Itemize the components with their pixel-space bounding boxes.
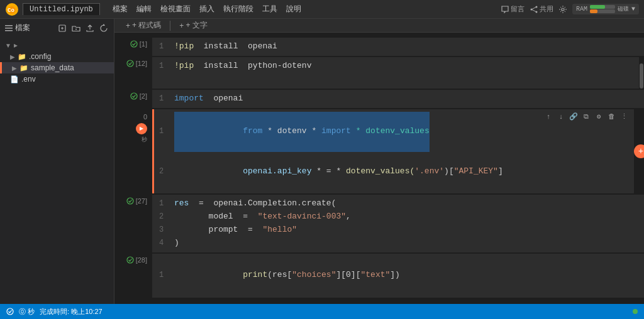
svg-point-15 <box>127 198 133 204</box>
cell-2-content[interactable]: 1 import openai <box>152 90 644 108</box>
plus-text-icon: + <box>179 21 184 30</box>
menu-runtime[interactable]: 執行階段 <box>219 3 257 16</box>
svg-point-16 <box>127 257 133 263</box>
svg-text:Co: Co <box>8 8 14 14</box>
check-icon-12 <box>126 60 134 67</box>
share-button[interactable]: 共用 <box>530 4 553 14</box>
notebook: + + 程式碼 + + 文字 [1] 1 <box>114 19 644 304</box>
status-complete: 完成時間: 晚上10:27 <box>40 307 103 316</box>
run-button-active[interactable]: ▶ <box>136 123 147 134</box>
menu-view[interactable]: 檢視畫面 <box>157 3 194 16</box>
comment-button[interactable]: 留言 <box>501 4 525 14</box>
sidebar-header: 檔案 <box>0 19 114 37</box>
cell-1-gutter: [1] <box>114 38 152 56</box>
svg-point-7 <box>562 8 564 11</box>
tree-root[interactable]: ▼ ▸ <box>0 40 114 51</box>
new-folder-icon[interactable] <box>71 23 81 33</box>
cell-12: [12] 1 !pip install python-dotenv <box>114 57 644 89</box>
sidebar-item-sample-data[interactable]: ▶ 📁 sample_data <box>0 62 114 73</box>
add-code-button[interactable]: + + 程式碼 <box>122 19 165 32</box>
check-icon <box>130 40 138 48</box>
svg-line-6 <box>531 9 536 12</box>
move-up-icon[interactable]: ↑ <box>543 112 553 122</box>
cell-2-gutter: [2] <box>114 90 152 108</box>
trash-icon[interactable]: 🗑 <box>606 112 616 122</box>
cells-container: [1] 1 !pip install openai [12] <box>114 33 644 304</box>
menu-file[interactable]: 檔案 <box>109 3 131 16</box>
menu-tools[interactable]: 工具 <box>258 3 281 16</box>
sidebar: 檔案 ▼ ▸ <box>0 19 114 304</box>
sidebar-actions <box>57 23 109 33</box>
sidebar-item-env-label: .env <box>21 75 36 84</box>
add-text-button[interactable]: + + 文字 <box>175 19 211 32</box>
cell-active-actions: ↑ ↓ 🔗 ⧉ ⚙ 🗑 ⋮ <box>543 112 629 122</box>
cell-28-number: [28] <box>136 256 147 264</box>
new-file-icon[interactable] <box>57 23 67 33</box>
cell-28-gutter: [28] <box>114 254 152 298</box>
cell-27-line-2: 2 model = "text-davinci-003", <box>159 210 639 224</box>
cell-2-number: [2] <box>140 92 147 100</box>
status-check-icon <box>6 308 14 315</box>
scroll-track[interactable] <box>639 57 644 89</box>
cell-27-number: [27] <box>136 197 147 205</box>
cell-12-content[interactable]: 1 !pip install python-dotenv <box>152 57 639 89</box>
cell-active-number: 0 <box>143 113 147 121</box>
toolbar-separator <box>170 21 170 31</box>
menu-help[interactable]: 說明 <box>282 3 305 16</box>
svg-point-17 <box>7 308 13 315</box>
cell-2-line-1: 1 import openai <box>159 92 639 105</box>
cell-27-line-1: 1 res = openai.Completion.create( <box>159 197 639 210</box>
upload-icon[interactable] <box>85 23 95 33</box>
cell-active-content[interactable]: ↑ ↓ 🔗 ⧉ ⚙ 🗑 ⋮ 1 from * dotenv * import *… <box>152 109 634 194</box>
sidebar-item-config[interactable]: ▶ 📁 .config <box>0 51 114 62</box>
sidebar-item-sample-data-label: sample_data <box>31 63 74 72</box>
menu-bar: 檔案 編輯 檢視畫面 插入 執行階段 工具 說明 <box>109 3 305 16</box>
settings-cell-icon[interactable]: ⚙ <box>594 112 604 122</box>
cell-active-time: 秒 <box>142 136 147 144</box>
sidebar-title: 檔案 <box>15 23 30 33</box>
file-tree: ▼ ▸ ▶ 📁 .config ▶ 📁 sample_data 📄 .env <box>0 37 114 304</box>
plus-code-icon: + <box>126 21 130 30</box>
svg-rect-9 <box>5 28 13 29</box>
cell-28-content[interactable]: 1 print(res["choices"][0]["text"]) <box>152 254 644 298</box>
menu-edit[interactable]: 編輯 <box>133 3 155 16</box>
cell-active-gutter: 0 ▶ 秒 <box>114 109 152 194</box>
cell-28-line-1: 1 print(res["choices"][0]["text"]) <box>159 256 639 295</box>
cell-1: [1] 1 !pip install openai <box>114 38 644 56</box>
cell-12-line-1: 1 !pip install python-dotenv <box>159 60 634 73</box>
notebook-toolbar: + + 程式碼 + + 文字 <box>114 19 644 33</box>
add-cell-button[interactable]: + <box>634 144 644 158</box>
svg-rect-10 <box>5 30 13 31</box>
svg-point-12 <box>131 41 137 47</box>
settings-button[interactable] <box>558 5 567 14</box>
cell-12-gutter: [12] <box>114 57 152 89</box>
logo: Co <box>5 3 19 16</box>
cell-1-line-1: 1 !pip install openai <box>159 40 639 53</box>
svg-line-5 <box>531 7 536 9</box>
cell-28: [28] 1 print(res["choices"][0]["text"]) <box>114 254 644 298</box>
menu-insert[interactable]: 插入 <box>196 3 218 16</box>
status-right <box>633 309 638 314</box>
cell-27-gutter: [27] <box>114 195 152 252</box>
cell-1-number: [1] <box>140 40 147 48</box>
file-tab[interactable]: Untitled.ipynb <box>23 3 100 15</box>
refresh-icon[interactable] <box>99 23 109 33</box>
link-icon[interactable]: 🔗 <box>569 112 579 122</box>
copy-icon[interactable]: ⧉ <box>581 112 591 122</box>
cell-2: [2] 1 import openai <box>114 90 644 108</box>
more-icon[interactable]: ⋮ <box>619 112 629 122</box>
status-bar: ⓪ 秒 完成時間: 晚上10:27 <box>0 304 644 319</box>
cell-27-content[interactable]: 1 res = openai.Completion.create( 2 mode… <box>152 195 644 252</box>
menu-icon <box>5 24 13 32</box>
top-right-area: 留言 共用 RAM 磁碟 ▼ <box>501 4 639 14</box>
cell-1-content[interactable]: 1 !pip install openai <box>152 38 644 56</box>
cell-27: [27] 1 res = openai.Completion.create( 2… <box>114 195 644 252</box>
status-time: ⓪ 秒 <box>19 307 35 316</box>
move-down-icon[interactable]: ↓ <box>556 112 566 122</box>
add-cell-area: + <box>634 109 644 194</box>
check-icon-27 <box>126 197 134 205</box>
cell-12-number: [12] <box>136 60 147 67</box>
top-bar: Co Untitled.ipynb 檔案 編輯 檢視畫面 插入 執行階段 工具 … <box>0 0 644 19</box>
ram-indicator: RAM 磁碟 ▼ <box>572 4 639 14</box>
sidebar-item-env[interactable]: 📄 .env <box>0 73 114 85</box>
